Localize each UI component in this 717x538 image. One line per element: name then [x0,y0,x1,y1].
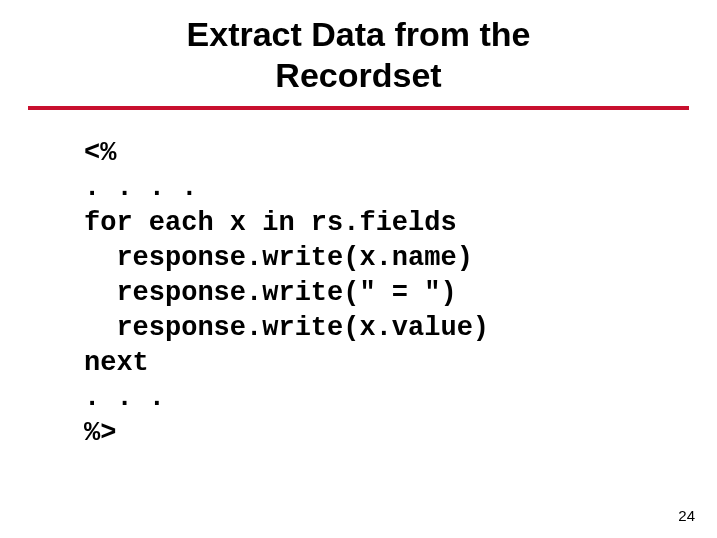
title-underline [28,106,689,110]
slide: Extract Data from the Recordset <% . . .… [0,0,717,538]
title-line-2: Recordset [275,56,441,94]
code-block: <% . . . . for each x in rs.fields respo… [84,136,717,452]
slide-title: Extract Data from the Recordset [0,0,717,106]
title-line-1: Extract Data from the [187,15,531,53]
page-number: 24 [678,507,695,524]
